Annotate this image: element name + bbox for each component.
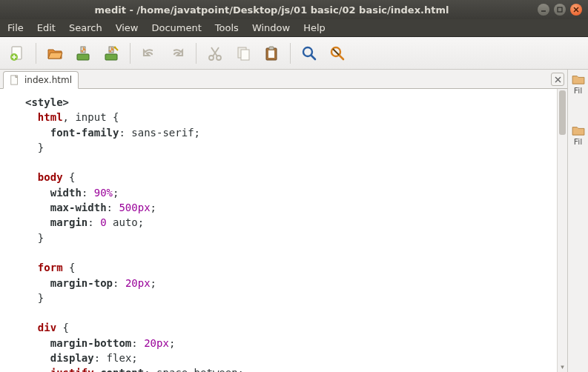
menu-file[interactable]: File	[7, 22, 24, 33]
folder-icon	[572, 74, 585, 84]
cut-button[interactable]	[202, 41, 228, 66]
find-replace-button[interactable]	[325, 41, 350, 66]
svg-rect-6	[77, 54, 89, 60]
menubar: File Edit Search View Document Tools Win…	[0, 19, 588, 37]
find-button[interactable]	[297, 41, 322, 66]
window-title: medit - /home/javatpoint/Desktop/js/01 b…	[6, 4, 538, 16]
menu-edit[interactable]: Edit	[37, 22, 56, 33]
code-editor[interactable]: <style> html, input { font-family: sans-…	[0, 89, 557, 372]
menu-search[interactable]: Search	[69, 22, 102, 33]
save-as-button[interactable]	[99, 41, 124, 66]
redo-button[interactable]	[165, 41, 190, 66]
vertical-scrollbar[interactable]: ▾	[557, 89, 567, 372]
svg-rect-8	[105, 54, 117, 60]
menu-help[interactable]: Help	[303, 22, 326, 33]
maximize-button[interactable]	[554, 4, 566, 16]
toolbar	[0, 37, 588, 70]
undo-button[interactable]	[136, 41, 162, 66]
titlebar: medit - /home/javatpoint/Desktop/js/01 b…	[0, 0, 588, 19]
side-tab-fileselector[interactable]: Fil	[572, 125, 585, 147]
side-tab-label: Fil	[574, 86, 583, 96]
scrollbar-thumb[interactable]	[559, 90, 566, 135]
folder-icon	[572, 125, 585, 136]
toolbar-separator	[290, 43, 291, 64]
toolbar-separator	[36, 43, 36, 64]
toolbar-separator	[130, 43, 131, 64]
menu-tools[interactable]: Tools	[215, 22, 239, 33]
tabbar: index.html	[0, 70, 567, 89]
menu-document[interactable]: Document	[151, 22, 201, 33]
close-button[interactable]	[570, 4, 582, 16]
svg-rect-1	[558, 7, 562, 12]
scroll-down-arrow[interactable]: ▾	[558, 362, 567, 372]
side-tab-label: Fil	[574, 137, 583, 147]
paste-button[interactable]	[259, 41, 284, 66]
svg-rect-17	[269, 47, 274, 50]
svg-point-10	[114, 46, 116, 48]
svg-rect-14	[241, 50, 249, 60]
window-controls	[538, 4, 582, 16]
new-file-button[interactable]	[4, 41, 30, 66]
side-tab-filebrowser[interactable]: Fil	[572, 74, 585, 96]
editor-wrap: <style> html, input { font-family: sans-…	[0, 89, 567, 372]
tab-label: index.html	[24, 75, 72, 85]
save-button[interactable]	[70, 41, 96, 66]
main-area: index.html <style> html, input { font-fa…	[0, 70, 567, 372]
minimize-button[interactable]	[538, 4, 549, 16]
tab-close-button[interactable]	[551, 73, 564, 86]
file-icon	[10, 75, 20, 85]
menu-window[interactable]: Window	[252, 22, 290, 33]
toolbar-separator	[196, 43, 196, 64]
work-area: index.html <style> html, input { font-fa…	[0, 70, 588, 372]
side-panel: Fil Fil	[567, 70, 588, 372]
copy-button[interactable]	[231, 41, 256, 66]
svg-rect-16	[268, 50, 274, 58]
menu-view[interactable]: View	[116, 22, 139, 33]
tab-index-html[interactable]: index.html	[3, 71, 79, 89]
open-button[interactable]	[42, 41, 67, 66]
